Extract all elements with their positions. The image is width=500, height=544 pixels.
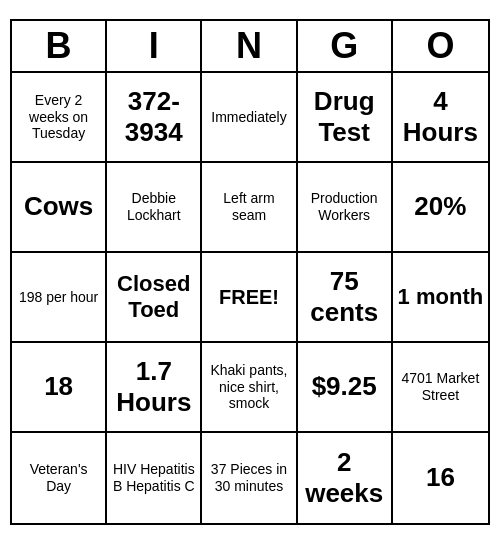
bingo-cell: Production Workers xyxy=(298,163,393,253)
header-letter: G xyxy=(298,21,393,71)
bingo-cell: HIV Hepatitis B Hepatitis C xyxy=(107,433,202,523)
bingo-header: BINGO xyxy=(12,21,488,73)
bingo-cell: 20% xyxy=(393,163,488,253)
bingo-cell: Closed Toed xyxy=(107,253,202,343)
bingo-cell: 372-3934 xyxy=(107,73,202,163)
bingo-cell: Debbie Lockhart xyxy=(107,163,202,253)
bingo-cell: 1 month xyxy=(393,253,488,343)
bingo-cell: $9.25 xyxy=(298,343,393,433)
bingo-cell: 16 xyxy=(393,433,488,523)
bingo-grid: Every 2 weeks on Tuesday372-3934Immediat… xyxy=(12,73,488,523)
bingo-cell: Drug Test xyxy=(298,73,393,163)
header-letter: B xyxy=(12,21,107,71)
bingo-cell: FREE! xyxy=(202,253,297,343)
header-letter: I xyxy=(107,21,202,71)
bingo-cell: Immediately xyxy=(202,73,297,163)
bingo-card: BINGO Every 2 weeks on Tuesday372-3934Im… xyxy=(10,19,490,525)
bingo-cell: 2 weeks xyxy=(298,433,393,523)
bingo-cell: 18 xyxy=(12,343,107,433)
bingo-cell: Veteran's Day xyxy=(12,433,107,523)
bingo-cell: 4 Hours xyxy=(393,73,488,163)
bingo-cell: Cows xyxy=(12,163,107,253)
bingo-cell: 37 Pieces in 30 minutes xyxy=(202,433,297,523)
bingo-cell: 1.7 Hours xyxy=(107,343,202,433)
bingo-cell: 198 per hour xyxy=(12,253,107,343)
bingo-cell: Khaki pants, nice shirt, smock xyxy=(202,343,297,433)
bingo-cell: Left arm seam xyxy=(202,163,297,253)
bingo-cell: 75 cents xyxy=(298,253,393,343)
header-letter: N xyxy=(202,21,297,71)
bingo-cell: 4701 Market Street xyxy=(393,343,488,433)
bingo-cell: Every 2 weeks on Tuesday xyxy=(12,73,107,163)
header-letter: O xyxy=(393,21,488,71)
